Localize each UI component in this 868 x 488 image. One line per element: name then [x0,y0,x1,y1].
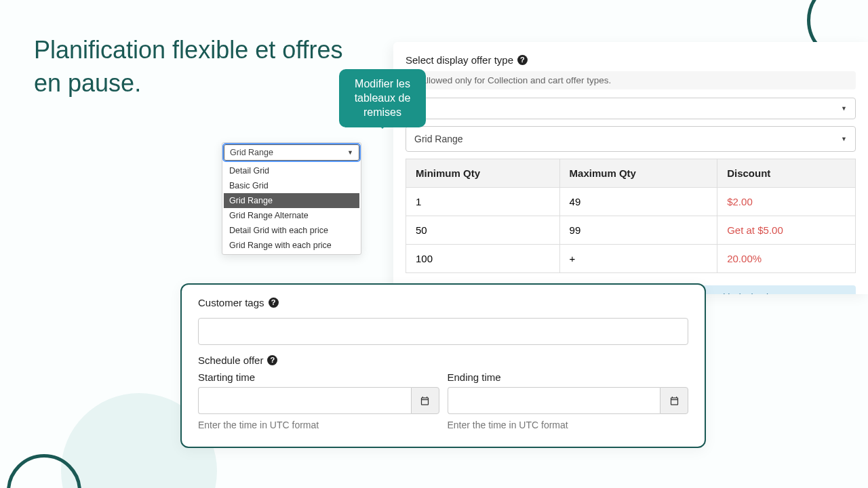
cell-discount: $2.00 [717,188,856,216]
grid-type-option[interactable]: Grid Range Alternate [224,208,359,223]
customer-tags-label: Customer tags [198,297,264,308]
grid-type-select[interactable]: Grid Range ▼ [224,144,359,161]
cell-max: 49 [559,188,717,216]
cell-discount: 20.00% [717,245,856,273]
page-title: Planification flexible et offres en paus… [34,34,346,100]
offer-type-select-1[interactable]: ▼ [406,98,856,119]
grid-type-select-value: Grid Range [230,148,273,157]
table-row: 5099Get at $5.00 [406,216,856,245]
table-header: Discount [717,159,856,188]
display-offer-card: Select display offer type ? is allowed o… [393,42,868,294]
cell-min: 1 [406,188,560,216]
calendar-icon [669,396,679,406]
display-offer-label: Select display offer type [406,54,513,66]
caret-down-icon: ▼ [841,105,847,112]
grid-type-dropdown-panel: Grid Range ▼ Detail GridBasic GridGrid R… [222,142,361,255]
help-icon[interactable]: ? [269,298,279,308]
ending-time-calendar-button[interactable] [660,387,688,414]
grid-type-option[interactable]: Basic Grid [224,178,359,193]
offer-type-select-2[interactable]: Grid Range ▼ [406,126,856,152]
cell-discount: Get at $5.00 [717,216,856,245]
schedule-offer-label: Schedule offer [198,354,263,366]
ending-time-input[interactable] [448,387,660,414]
offer-type-select-2-value: Grid Range [414,134,841,144]
tooltip-edit-discount-tables: Modifier les tableaux de remises [339,69,426,127]
calendar-icon [420,396,430,406]
offer-type-note: is allowed only for Collection and cart … [406,71,856,89]
help-icon[interactable]: ? [517,55,528,65]
help-icon[interactable]: ? [267,355,277,365]
grid-type-option[interactable]: Detail Grid with each price [224,223,359,238]
ending-time-label: Ending time [448,371,689,383]
starting-time-label: Starting time [198,371,439,383]
cell-min: 50 [406,216,560,245]
grid-type-options: Detail GridBasic GridGrid RangeGrid Rang… [224,163,359,253]
caret-down-icon: ▼ [347,149,353,156]
cell-min: 100 [406,245,560,273]
grid-type-option[interactable]: Grid Range with each price [224,238,359,253]
cell-max: 99 [559,216,717,245]
grid-type-option[interactable]: Detail Grid [224,163,359,178]
grid-type-option[interactable]: Grid Range [224,193,359,208]
ending-time-hint: Enter the time in UTC format [448,420,689,430]
discount-table: Minimum QtyMaximum QtyDiscount 149$2.005… [406,159,856,273]
table-header: Minimum Qty [406,159,560,188]
starting-time-calendar-button[interactable] [411,387,439,414]
schedule-card: Customer tags ? Schedule offer ? Startin… [180,283,706,448]
cell-max: + [559,245,717,273]
starting-time-input[interactable] [198,387,411,414]
caret-down-icon: ▼ [841,136,847,142]
table-row: 100+20.00% [406,245,856,273]
customer-tags-input[interactable] [198,318,688,345]
starting-time-hint: Enter the time in UTC format [198,420,439,430]
table-row: 149$2.00 [406,188,856,216]
table-header: Maximum Qty [559,159,717,188]
